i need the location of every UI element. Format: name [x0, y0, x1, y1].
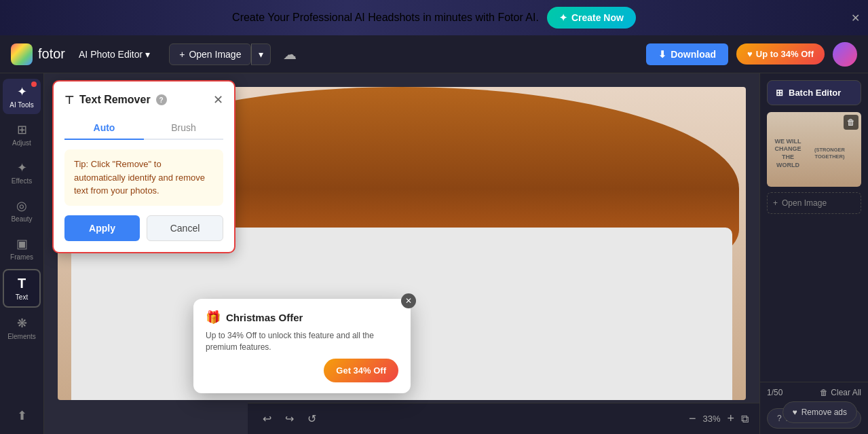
panel-actions: Apply Cancel	[64, 215, 223, 241]
open-image-dropdown[interactable]: ▾	[251, 43, 271, 65]
download-button[interactable]: ⬇ Download	[646, 43, 728, 65]
download-icon: ⬇	[658, 49, 666, 60]
popup-actions: Get 34% Off	[206, 359, 398, 382]
sidebar-item-label: Effects	[12, 177, 32, 185]
logo: fotor	[11, 43, 65, 65]
open-image-button[interactable]: + Open Image	[169, 43, 251, 65]
popup-title: Christmas Offer	[226, 312, 303, 323]
gift-icon: 🎁	[206, 310, 221, 325]
effects-icon: ✦	[17, 160, 27, 175]
text-remover-icon: ⊤	[64, 94, 74, 107]
adjust-icon: ⊞	[17, 122, 27, 137]
plus-icon: +	[179, 49, 185, 60]
chevron-down-icon: ▾	[145, 49, 150, 60]
undo-button[interactable]: ↩	[259, 408, 276, 429]
page-count: 1/50	[767, 388, 782, 397]
zoom-out-button[interactable]: −	[689, 412, 696, 426]
main-layout: ✦ AI Tools ⊞ Adjust ✦ Effects ◎ Beauty ▣…	[0, 73, 868, 434]
popup-header: 🎁 Christmas Offer	[206, 310, 398, 325]
clear-all-button[interactable]: 🗑 Clear All	[820, 388, 861, 397]
christmas-offer-popup: ✕ 🎁 Christmas Offer Up to 34% Off to unl…	[193, 299, 411, 393]
plus-icon: +	[773, 198, 778, 208]
sidebar-item-text[interactable]: T Text	[3, 269, 41, 308]
logo-text: fotor	[38, 46, 65, 62]
sidebar-item-label: Frames	[10, 253, 33, 261]
add-image-button[interactable]: + Open Image	[767, 192, 861, 214]
left-sidebar: ✦ AI Tools ⊞ Adjust ✦ Effects ◎ Beauty ▣…	[0, 73, 44, 434]
banner-close-button[interactable]: ✕	[851, 12, 860, 24]
bottom-toolbar: ↩ ↪ ↺ − 33% + ⧉	[248, 403, 759, 434]
batch-editor-button[interactable]: ⊞ Batch Editor	[767, 80, 861, 105]
panel-footer: 1/50 🗑 Clear All	[760, 382, 868, 403]
text-icon: T	[18, 276, 26, 291]
banner-text: Create Your Professional AI Headshots in…	[232, 12, 539, 24]
right-panel: ⊞ Batch Editor 🗑 WE WILLCHANGETHE WORLD(…	[759, 73, 868, 434]
tab-auto[interactable]: Auto	[64, 117, 144, 140]
remove-ads-button[interactable]: ♥ Remove ads	[782, 401, 858, 423]
apply-button[interactable]: Apply	[64, 215, 140, 241]
avatar[interactable]	[833, 42, 857, 67]
text-remover-panel: ⊤ Text Remover ? ✕ Auto Brush Tip: Click…	[52, 80, 235, 253]
sidebar-item-frames[interactable]: ▣ Frames	[3, 231, 41, 266]
sidebar-item-label: Elements	[7, 333, 36, 340]
sidebar-item-adjust[interactable]: ⊞ Adjust	[3, 117, 41, 152]
sidebar-item-effects[interactable]: ✦ Effects	[3, 155, 41, 190]
sidebar-item-beauty[interactable]: ◎ Beauty	[3, 193, 41, 228]
panel-title: ⊤ Text Remover ?	[64, 94, 167, 107]
help-icon[interactable]: ?	[156, 94, 167, 105]
cancel-button[interactable]: Cancel	[147, 215, 223, 241]
panel-header: ⊤ Text Remover ? ✕	[64, 92, 223, 107]
tip-box: Tip: Click "Remove" to automatically ide…	[64, 149, 223, 206]
trash-icon: 🗑	[820, 388, 828, 397]
batch-icon: ⊞	[776, 88, 783, 98]
sparkle-icon: ✦	[559, 12, 567, 23]
zoom-level: 33%	[702, 414, 720, 424]
sidebar-item-label: Text	[16, 293, 28, 301]
get-discount-button[interactable]: Get 34% Off	[324, 359, 398, 382]
ai-photo-editor-menu[interactable]: AI Photo Editor ▾	[73, 45, 155, 64]
cloud-button[interactable]: ☁	[279, 42, 301, 67]
create-now-button[interactable]: ✦ Create Now	[547, 7, 636, 29]
tab-brush[interactable]: Brush	[144, 117, 223, 140]
heart-icon: ♥	[747, 49, 753, 59]
upgrade-button[interactable]: ♥ Up to 34% Off	[736, 43, 825, 65]
copy-button[interactable]: ⧉	[741, 413, 749, 425]
heart-icon: ♥	[793, 408, 797, 417]
sidebar-item-label: AI Tools	[10, 101, 33, 109]
sidebar-item-upload[interactable]: ⬆	[3, 403, 41, 429]
redo-button[interactable]: ↪	[281, 408, 298, 429]
panel-close-button[interactable]: ✕	[213, 92, 223, 107]
logo-icon	[11, 43, 33, 65]
sidebar-item-label: Adjust	[12, 139, 31, 147]
frames-icon: ▣	[16, 236, 28, 251]
reset-button[interactable]: ↺	[303, 408, 320, 429]
panel-tabs: Auto Brush	[64, 117, 223, 140]
header: fotor AI Photo Editor ▾ + Open Image ▾ ☁…	[0, 35, 868, 73]
upload-icon: ⬆	[17, 408, 27, 423]
popup-description: Up to 34% Off to unlock this feature and…	[206, 330, 398, 353]
elements-icon: ❋	[17, 316, 27, 331]
ai-tools-icon: ✦	[17, 84, 27, 99]
help-circle-icon: ?	[777, 414, 782, 423]
sidebar-item-ai-tools[interactable]: ✦ AI Tools	[3, 79, 41, 114]
delete-image-button[interactable]: 🗑	[844, 115, 858, 130]
beauty-icon: ◎	[16, 198, 27, 213]
zoom-controls: − 33% + ⧉	[689, 412, 749, 426]
zoom-in-button[interactable]: +	[727, 412, 734, 426]
top-banner: Create Your Professional AI Headshots in…	[0, 0, 868, 35]
content-panel: ⊤ Text Remover ? ✕ Auto Brush Tip: Click…	[44, 73, 759, 434]
sidebar-item-label: Beauty	[11, 215, 32, 223]
image-thumbnail: 🗑 WE WILLCHANGETHE WORLD(STRONGER TOGETH…	[767, 112, 861, 187]
sidebar-item-elements[interactable]: ❋ Elements	[3, 310, 41, 346]
